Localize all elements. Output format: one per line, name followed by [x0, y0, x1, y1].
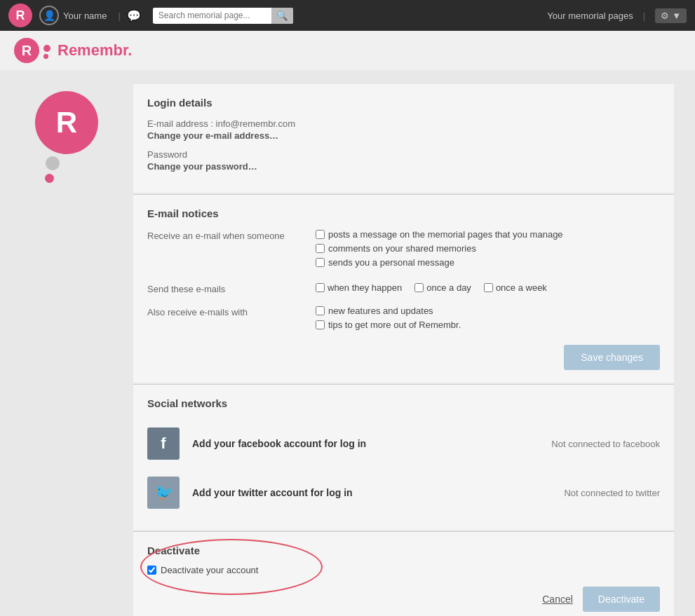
- checkbox-row-comments: comments on your shared memories: [316, 243, 660, 254]
- settings-gear[interactable]: ⚙ ▼: [655, 8, 687, 23]
- checkbox-tips[interactable]: [316, 320, 325, 329]
- login-details-section: Login details E-mail address : info@reme…: [133, 84, 674, 193]
- cancel-link[interactable]: Cancel: [542, 594, 573, 605]
- save-changes-button[interactable]: Save changes: [564, 345, 660, 370]
- login-section-title: Login details: [147, 97, 660, 109]
- checkbox-messages[interactable]: [316, 258, 325, 267]
- nav-right: Your memorial pages | ⚙ ▼: [547, 8, 687, 23]
- also-receive-row: Also receive e-mails with new features a…: [147, 306, 660, 334]
- deactivate-checkbox[interactable]: [147, 566, 156, 575]
- send-options: when they happen once a day once a week: [316, 282, 660, 294]
- main-layout: R Login details E-mail address : info@re…: [0, 70, 695, 616]
- checkbox-row-posts: posts a message on the memorial pages th…: [316, 229, 660, 240]
- checkbox-once-day[interactable]: [414, 283, 424, 292]
- checkbox-comments[interactable]: [316, 244, 325, 253]
- send-freq-options: when they happen once a day once a week: [316, 282, 660, 293]
- features-label: new features and updates: [328, 306, 433, 316]
- facebook-label[interactable]: Add your facebook account for log in: [192, 438, 539, 449]
- brand-logo: R: [14, 38, 39, 63]
- checkbox-features[interactable]: [316, 306, 325, 315]
- checkbox-row-tips: tips to get more out of Remembr.: [316, 320, 660, 330]
- twitter-icon: 🐦: [147, 477, 180, 509]
- email-label: E-mail address : info@remembr.com: [147, 118, 660, 129]
- change-email-link[interactable]: Change your e-mail address…: [147, 130, 660, 141]
- avatar-dot-sm: [46, 156, 60, 170]
- deactivate-actions: Cancel Deactivate: [147, 587, 660, 612]
- send-option-happen: when they happen: [316, 282, 402, 293]
- password-label: Password: [147, 149, 660, 160]
- send-option-day: once a day: [414, 282, 471, 293]
- also-label: Also receive e-mails with: [147, 306, 302, 334]
- settings-content: Login details E-mail address : info@reme…: [133, 84, 674, 616]
- checkbox-posts-label: posts a message on the memorial pages th…: [328, 229, 563, 240]
- social-networks-section: Social networks f Add your facebook acco…: [133, 385, 674, 530]
- save-changes-row: Save changes: [147, 345, 660, 370]
- search-bar: 🔍: [153, 8, 293, 24]
- search-button[interactable]: 🔍: [271, 8, 293, 24]
- deactivate-title: Deactivate: [147, 545, 660, 556]
- search-input[interactable]: [153, 8, 271, 23]
- change-password-link[interactable]: Change your password…: [147, 161, 660, 172]
- deactivate-checkbox-row: Deactivate your account: [147, 565, 660, 575]
- social-section-title: Social networks: [147, 397, 660, 409]
- password-field-row: Password Change your password…: [147, 149, 660, 172]
- when-happen-label: when they happen: [328, 282, 402, 293]
- checkbox-posts[interactable]: [316, 230, 325, 239]
- tips-label: tips to get more out of Remembr.: [328, 320, 461, 330]
- email-notices-section: E-mail notices Receive an e-mail when so…: [133, 195, 674, 383]
- top-navigation: R 👤 Your name | 💬 🔍 Your memorial pages …: [0, 0, 695, 31]
- checkbox-once-week[interactable]: [484, 283, 493, 292]
- avatar-dot-xs: [45, 174, 54, 183]
- facebook-status: Not connected to facebook: [551, 439, 660, 449]
- brand-dot-2: [43, 54, 48, 59]
- twitter-label[interactable]: Add your twitter account for log in: [192, 487, 551, 498]
- profile-avatar-area: R: [21, 84, 112, 616]
- nav-logo: R: [8, 4, 32, 27]
- brand-dot-1: [43, 45, 50, 52]
- nav-username: Your name: [63, 11, 107, 21]
- memorial-pages-link[interactable]: Your memorial pages: [547, 11, 633, 21]
- email-notices-title: E-mail notices: [147, 207, 660, 219]
- checkbox-messages-label: sends you a personal message: [328, 257, 454, 268]
- twitter-row: 🐦 Add your twitter account for log in No…: [147, 468, 660, 517]
- checkbox-comments-label: comments on your shared memories: [328, 243, 476, 254]
- receive-options: posts a message on the memorial pages th…: [316, 229, 660, 271]
- messages-icon[interactable]: 💬: [125, 6, 143, 25]
- checkbox-row-features: new features and updates: [316, 306, 660, 316]
- checkbox-row-messages: sends you a personal message: [316, 257, 660, 268]
- receive-email-row: Receive an e-mail when someone posts a m…: [147, 229, 660, 271]
- receive-label: Receive an e-mail when someone: [147, 229, 302, 271]
- send-label: Send these e-mails: [147, 282, 302, 294]
- once-day-label: once a day: [426, 282, 471, 293]
- brand-name: Remembr.: [58, 41, 132, 60]
- once-week-label: once a week: [496, 282, 547, 293]
- facebook-row: f Add your facebook account for log in N…: [147, 419, 660, 468]
- email-field-row: E-mail address : info@remembr.com Change…: [147, 118, 660, 141]
- avatar: R: [35, 91, 98, 154]
- user-profile-icon[interactable]: 👤: [39, 6, 59, 25]
- facebook-icon: f: [147, 427, 180, 460]
- also-options: new features and updates tips to get mor…: [316, 306, 660, 334]
- brand-bar: R Remembr.: [0, 31, 695, 70]
- deactivate-checkbox-label: Deactivate your account: [161, 565, 258, 575]
- send-option-week: once a week: [484, 282, 547, 293]
- checkbox-when-happen[interactable]: [316, 283, 325, 292]
- deactivate-button[interactable]: Deactivate: [583, 587, 660, 612]
- send-emails-row: Send these e-mails when they happen once…: [147, 282, 660, 294]
- twitter-status: Not connected to twitter: [564, 488, 660, 498]
- deactivate-section: Deactivate Deactivate your account Cance…: [133, 532, 674, 616]
